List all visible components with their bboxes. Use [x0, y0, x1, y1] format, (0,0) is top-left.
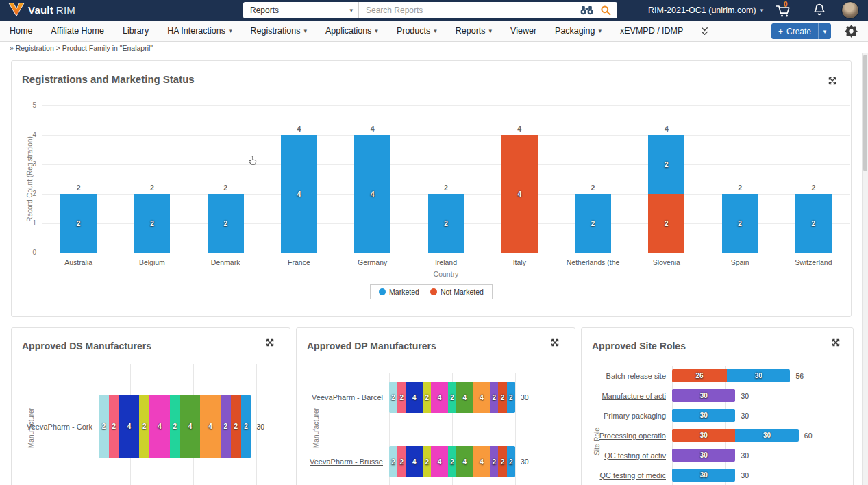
row-label[interactable]: VeevaPharm - Brusse	[297, 458, 389, 466]
bar-segment[interactable]: 2	[397, 382, 406, 413]
bar-segment[interactable]: 2	[389, 446, 397, 477]
scrollbar-thumb[interactable]	[863, 55, 867, 171]
row-label[interactable]: Processing operatio	[582, 432, 672, 440]
row-label[interactable]: Manufacture of acti	[582, 392, 672, 400]
stacked-bar[interactable]: 30	[672, 389, 735, 402]
bar-segment[interactable]: 2	[389, 382, 397, 413]
bar-segment[interactable]: 2	[221, 395, 231, 458]
bar-segment[interactable]: 4	[149, 395, 170, 458]
expand-button[interactable]	[831, 338, 841, 350]
bar-segment-marketed-denmark[interactable]: 2	[208, 194, 244, 253]
bar-segment[interactable]: 2	[490, 446, 498, 477]
bar-segment[interactable]: 2	[139, 395, 149, 458]
bar-segment-marketed-france[interactable]: 4	[281, 135, 317, 253]
bar-segment[interactable]: 4	[406, 446, 423, 477]
bar-segment[interactable]: 2	[241, 395, 251, 458]
search-icon[interactable]	[600, 5, 611, 16]
stacked-bar[interactable]: 30	[672, 449, 735, 462]
expand-button[interactable]	[265, 338, 275, 350]
bar-segment-marketed-germany[interactable]: 4	[354, 135, 390, 253]
cart-button[interactable]: 0	[775, 2, 795, 18]
stacked-bar[interactable]: 22424244222	[389, 446, 515, 477]
bar-segment-not-marketed-slovenia[interactable]: 2	[648, 194, 684, 253]
bar-segment[interactable]: 30	[672, 469, 735, 482]
nav-overflow-button[interactable]	[699, 26, 710, 36]
bar-segment[interactable]: 30	[672, 409, 735, 422]
legend-item-not-marketed[interactable]: Not Marketed	[430, 288, 484, 296]
binoculars-icon[interactable]	[580, 5, 594, 15]
bar-segment[interactable]: 2	[490, 382, 498, 413]
nav-item-registrations[interactable]: Registrations▾	[250, 26, 306, 36]
bar-segment[interactable]: 4	[473, 382, 491, 413]
bar-segment[interactable]: 2	[507, 382, 515, 413]
stacked-bar[interactable]: 22424244222	[389, 382, 515, 413]
bar-segment-marketed-slovenia[interactable]: 2	[648, 135, 684, 194]
bar-segment-marketed-spain[interactable]: 2	[722, 194, 758, 253]
create-dropdown-toggle[interactable]: ▾	[818, 23, 831, 39]
bar-segment[interactable]: 2	[448, 382, 456, 413]
bar-segment[interactable]: 30	[727, 369, 790, 382]
nav-item-viewer[interactable]: Viewer	[510, 26, 536, 36]
row-label[interactable]: QC testing of activ	[582, 451, 672, 460]
bar-segment[interactable]: 4	[406, 382, 423, 413]
nav-item-reports[interactable]: Reports▾	[456, 26, 492, 36]
x-tick-label-netherlands-the[interactable]: Netherlands (the	[556, 258, 630, 266]
bar-segment[interactable]: 2	[448, 446, 456, 477]
bar-segment[interactable]: 2	[498, 446, 506, 477]
bar-segment[interactable]: 30	[735, 429, 798, 442]
settings-button[interactable]	[845, 25, 858, 40]
bar-segment[interactable]: 2	[170, 395, 180, 458]
stacked-bar[interactable]: 3030	[672, 429, 799, 442]
stacked-bar[interactable]: 30	[672, 469, 735, 482]
bar-segment-not-marketed-italy[interactable]: 4	[501, 135, 538, 253]
nav-item-products[interactable]: Products▾	[397, 26, 437, 36]
bar-segment-marketed-netherlands-the[interactable]: 2	[575, 194, 611, 253]
create-button-main[interactable]: + Create	[771, 23, 818, 39]
bar-segment[interactable]: 4	[180, 395, 201, 458]
bar-segment[interactable]: 2	[423, 446, 431, 477]
page-scrollbar[interactable]	[862, 53, 868, 485]
bar-segment[interactable]: 30	[672, 389, 735, 402]
stacked-bar[interactable]: 22424244222	[99, 395, 251, 458]
account-menu[interactable]: RIM-2021-OC1 (unirim.com) ▾	[648, 0, 763, 21]
bar-segment[interactable]: 4	[456, 382, 473, 413]
bar-segment[interactable]: 2	[498, 382, 506, 413]
nav-item-xevmpd-idmp[interactable]: xEVMPD / IDMP	[620, 26, 683, 36]
bar-segment[interactable]: 30	[672, 429, 735, 442]
nav-item-library[interactable]: Library	[123, 26, 149, 36]
bar-segment[interactable]: 2	[507, 446, 515, 477]
bar-segment[interactable]: 30	[672, 449, 735, 462]
bar-segment-marketed-switzerland[interactable]: 2	[795, 194, 832, 253]
bar-segment[interactable]: 4	[456, 446, 473, 477]
bar-segment[interactable]: 4	[431, 382, 448, 413]
row-label[interactable]: QC testing of medic	[582, 471, 672, 480]
row-label[interactable]: VeevaPharm - Barcel	[297, 393, 389, 401]
bar-segment[interactable]: 2	[109, 395, 119, 458]
bar-segment-marketed-australia[interactable]: 2	[60, 194, 97, 253]
bar-segment[interactable]: 2	[397, 446, 406, 477]
bar-segment[interactable]: 2	[99, 395, 109, 458]
nav-item-ha-interactions[interactable]: HA Interactions▾	[167, 26, 232, 36]
nav-item-packaging[interactable]: Packaging▾	[555, 26, 602, 36]
bar-segment[interactable]: 4	[200, 395, 221, 458]
search-context-select[interactable]: Reports ▾	[243, 2, 358, 18]
avatar[interactable]	[841, 1, 859, 19]
bar-segment[interactable]: 2	[231, 395, 241, 458]
search-input[interactable]	[359, 2, 573, 18]
bar-segment[interactable]: 4	[473, 446, 491, 477]
create-button[interactable]: + Create ▾	[771, 23, 831, 39]
bar-segment[interactable]: 4	[431, 446, 448, 477]
nav-item-home[interactable]: Home	[10, 26, 32, 36]
bar-segment[interactable]: 26	[672, 369, 727, 382]
stacked-bar[interactable]: 2630	[672, 369, 790, 382]
bar-segment-marketed-belgium[interactable]: 2	[134, 194, 170, 253]
nav-item-affiliate-home[interactable]: Affiliate Home	[51, 26, 104, 36]
bar-segment[interactable]: 2	[423, 382, 431, 413]
bar-segment[interactable]: 4	[119, 395, 140, 458]
bar-segment-marketed-ireland[interactable]: 2	[428, 194, 464, 253]
legend-item-marketed[interactable]: Marketed	[379, 288, 419, 296]
breadcrumb[interactable]: » Registration > Product Family in "Enal…	[0, 42, 868, 53]
nav-item-applications[interactable]: Applications▾	[325, 26, 378, 36]
vault-logo[interactable]: VaultRIM	[8, 2, 75, 17]
stacked-bar[interactable]: 30	[672, 409, 735, 422]
